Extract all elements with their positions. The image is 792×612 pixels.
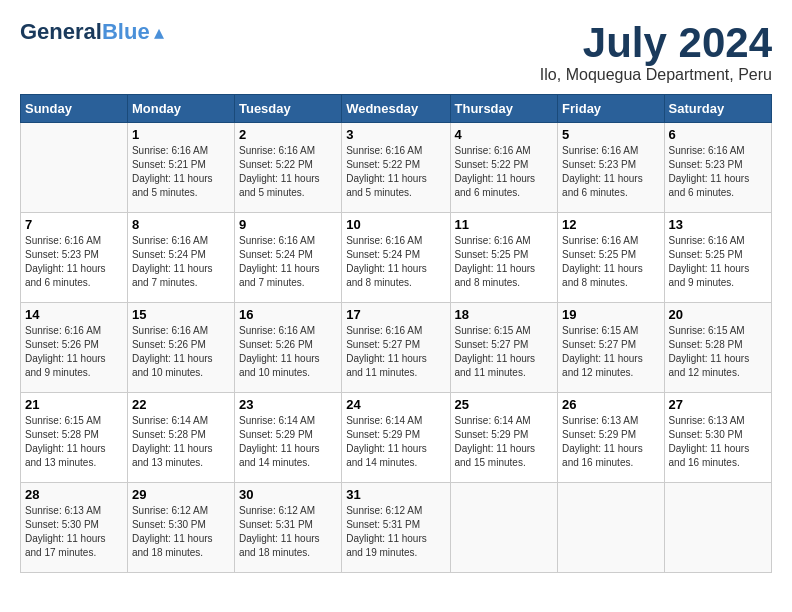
calendar-cell: 5Sunrise: 6:16 AMSunset: 5:23 PMDaylight…: [558, 123, 664, 213]
calendar-cell: [558, 483, 664, 573]
calendar-cell: 12Sunrise: 6:16 AMSunset: 5:25 PMDayligh…: [558, 213, 664, 303]
day-number: 4: [455, 127, 554, 142]
calendar-cell: 14Sunrise: 6:16 AMSunset: 5:26 PMDayligh…: [21, 303, 128, 393]
day-number: 21: [25, 397, 123, 412]
calendar-cell: 20Sunrise: 6:15 AMSunset: 5:28 PMDayligh…: [664, 303, 771, 393]
day-info: Sunrise: 6:16 AMSunset: 5:25 PMDaylight:…: [562, 234, 659, 290]
calendar-cell: 28Sunrise: 6:13 AMSunset: 5:30 PMDayligh…: [21, 483, 128, 573]
day-number: 17: [346, 307, 445, 322]
calendar-cell: 22Sunrise: 6:14 AMSunset: 5:28 PMDayligh…: [127, 393, 234, 483]
day-info: Sunrise: 6:16 AMSunset: 5:23 PMDaylight:…: [562, 144, 659, 200]
day-number: 11: [455, 217, 554, 232]
day-number: 30: [239, 487, 337, 502]
day-info: Sunrise: 6:14 AMSunset: 5:29 PMDaylight:…: [346, 414, 445, 470]
day-number: 22: [132, 397, 230, 412]
calendar-cell: 7Sunrise: 6:16 AMSunset: 5:23 PMDaylight…: [21, 213, 128, 303]
day-info: Sunrise: 6:15 AMSunset: 5:27 PMDaylight:…: [455, 324, 554, 380]
day-info: Sunrise: 6:14 AMSunset: 5:29 PMDaylight:…: [239, 414, 337, 470]
calendar-cell: 24Sunrise: 6:14 AMSunset: 5:29 PMDayligh…: [342, 393, 450, 483]
calendar-cell: 1Sunrise: 6:16 AMSunset: 5:21 PMDaylight…: [127, 123, 234, 213]
day-number: 12: [562, 217, 659, 232]
day-info: Sunrise: 6:16 AMSunset: 5:27 PMDaylight:…: [346, 324, 445, 380]
day-number: 14: [25, 307, 123, 322]
calendar-cell: [664, 483, 771, 573]
day-info: Sunrise: 6:14 AMSunset: 5:29 PMDaylight:…: [455, 414, 554, 470]
calendar-cell: 11Sunrise: 6:16 AMSunset: 5:25 PMDayligh…: [450, 213, 558, 303]
calendar-cell: 29Sunrise: 6:12 AMSunset: 5:30 PMDayligh…: [127, 483, 234, 573]
weekday-header-wednesday: Wednesday: [342, 95, 450, 123]
day-number: 27: [669, 397, 767, 412]
day-info: Sunrise: 6:12 AMSunset: 5:31 PMDaylight:…: [239, 504, 337, 560]
calendar-cell: 26Sunrise: 6:13 AMSunset: 5:29 PMDayligh…: [558, 393, 664, 483]
calendar-week-1: 1Sunrise: 6:16 AMSunset: 5:21 PMDaylight…: [21, 123, 772, 213]
title-block: July 2024 Ilo, Moquegua Department, Peru: [540, 20, 772, 84]
calendar-cell: 15Sunrise: 6:16 AMSunset: 5:26 PMDayligh…: [127, 303, 234, 393]
day-info: Sunrise: 6:13 AMSunset: 5:29 PMDaylight:…: [562, 414, 659, 470]
day-number: 25: [455, 397, 554, 412]
calendar-cell: [450, 483, 558, 573]
day-number: 24: [346, 397, 445, 412]
calendar-cell: 10Sunrise: 6:16 AMSunset: 5:24 PMDayligh…: [342, 213, 450, 303]
day-info: Sunrise: 6:16 AMSunset: 5:22 PMDaylight:…: [346, 144, 445, 200]
day-number: 20: [669, 307, 767, 322]
day-number: 19: [562, 307, 659, 322]
weekday-header-sunday: Sunday: [21, 95, 128, 123]
day-number: 6: [669, 127, 767, 142]
calendar-cell: 21Sunrise: 6:15 AMSunset: 5:28 PMDayligh…: [21, 393, 128, 483]
month-title: July 2024: [540, 20, 772, 66]
calendar-cell: 23Sunrise: 6:14 AMSunset: 5:29 PMDayligh…: [234, 393, 341, 483]
calendar-table: SundayMondayTuesdayWednesdayThursdayFrid…: [20, 94, 772, 573]
calendar-cell: 2Sunrise: 6:16 AMSunset: 5:22 PMDaylight…: [234, 123, 341, 213]
day-number: 7: [25, 217, 123, 232]
day-number: 9: [239, 217, 337, 232]
day-number: 26: [562, 397, 659, 412]
day-info: Sunrise: 6:16 AMSunset: 5:24 PMDaylight:…: [346, 234, 445, 290]
day-info: Sunrise: 6:16 AMSunset: 5:26 PMDaylight:…: [132, 324, 230, 380]
calendar-week-2: 7Sunrise: 6:16 AMSunset: 5:23 PMDaylight…: [21, 213, 772, 303]
calendar-cell: 9Sunrise: 6:16 AMSunset: 5:24 PMDaylight…: [234, 213, 341, 303]
calendar-cell: 17Sunrise: 6:16 AMSunset: 5:27 PMDayligh…: [342, 303, 450, 393]
day-info: Sunrise: 6:16 AMSunset: 5:25 PMDaylight:…: [455, 234, 554, 290]
calendar-cell: 8Sunrise: 6:16 AMSunset: 5:24 PMDaylight…: [127, 213, 234, 303]
day-info: Sunrise: 6:16 AMSunset: 5:26 PMDaylight:…: [25, 324, 123, 380]
day-info: Sunrise: 6:16 AMSunset: 5:21 PMDaylight:…: [132, 144, 230, 200]
day-number: 8: [132, 217, 230, 232]
calendar-cell: 30Sunrise: 6:12 AMSunset: 5:31 PMDayligh…: [234, 483, 341, 573]
weekday-header-monday: Monday: [127, 95, 234, 123]
day-info: Sunrise: 6:15 AMSunset: 5:28 PMDaylight:…: [669, 324, 767, 380]
calendar-cell: 31Sunrise: 6:12 AMSunset: 5:31 PMDayligh…: [342, 483, 450, 573]
calendar-cell: 3Sunrise: 6:16 AMSunset: 5:22 PMDaylight…: [342, 123, 450, 213]
calendar-cell: 16Sunrise: 6:16 AMSunset: 5:26 PMDayligh…: [234, 303, 341, 393]
day-info: Sunrise: 6:16 AMSunset: 5:25 PMDaylight:…: [669, 234, 767, 290]
calendar-cell: 25Sunrise: 6:14 AMSunset: 5:29 PMDayligh…: [450, 393, 558, 483]
day-info: Sunrise: 6:13 AMSunset: 5:30 PMDaylight:…: [25, 504, 123, 560]
calendar-cell: 4Sunrise: 6:16 AMSunset: 5:22 PMDaylight…: [450, 123, 558, 213]
day-number: 16: [239, 307, 337, 322]
logo: GeneralBlue ▴: [20, 20, 164, 44]
day-info: Sunrise: 6:12 AMSunset: 5:30 PMDaylight:…: [132, 504, 230, 560]
weekday-header-friday: Friday: [558, 95, 664, 123]
calendar-cell: 18Sunrise: 6:15 AMSunset: 5:27 PMDayligh…: [450, 303, 558, 393]
day-number: 2: [239, 127, 337, 142]
day-number: 23: [239, 397, 337, 412]
calendar-week-3: 14Sunrise: 6:16 AMSunset: 5:26 PMDayligh…: [21, 303, 772, 393]
day-info: Sunrise: 6:16 AMSunset: 5:22 PMDaylight:…: [239, 144, 337, 200]
day-number: 18: [455, 307, 554, 322]
day-info: Sunrise: 6:16 AMSunset: 5:24 PMDaylight:…: [239, 234, 337, 290]
day-number: 31: [346, 487, 445, 502]
calendar-cell: 6Sunrise: 6:16 AMSunset: 5:23 PMDaylight…: [664, 123, 771, 213]
day-number: 28: [25, 487, 123, 502]
calendar-cell: 13Sunrise: 6:16 AMSunset: 5:25 PMDayligh…: [664, 213, 771, 303]
day-info: Sunrise: 6:15 AMSunset: 5:28 PMDaylight:…: [25, 414, 123, 470]
day-number: 5: [562, 127, 659, 142]
weekday-header-thursday: Thursday: [450, 95, 558, 123]
calendar-cell: 27Sunrise: 6:13 AMSunset: 5:30 PMDayligh…: [664, 393, 771, 483]
logo-bird-icon: ▴: [154, 20, 164, 44]
day-info: Sunrise: 6:16 AMSunset: 5:24 PMDaylight:…: [132, 234, 230, 290]
day-number: 15: [132, 307, 230, 322]
day-info: Sunrise: 6:13 AMSunset: 5:30 PMDaylight:…: [669, 414, 767, 470]
day-number: 29: [132, 487, 230, 502]
day-info: Sunrise: 6:16 AMSunset: 5:23 PMDaylight:…: [669, 144, 767, 200]
day-info: Sunrise: 6:12 AMSunset: 5:31 PMDaylight:…: [346, 504, 445, 560]
calendar-week-5: 28Sunrise: 6:13 AMSunset: 5:30 PMDayligh…: [21, 483, 772, 573]
